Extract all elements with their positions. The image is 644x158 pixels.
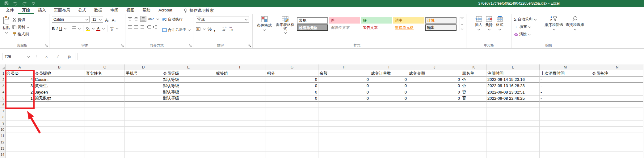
cell-D5[interactable] <box>125 95 162 102</box>
align-right-icon[interactable] <box>140 25 145 29</box>
cell-F11[interactable] <box>215 133 266 139</box>
bold-button[interactable]: B <box>52 26 55 31</box>
cell-L14[interactable] <box>486 151 540 158</box>
align-bottom-icon[interactable] <box>140 16 146 22</box>
insert-function-button[interactable]: fx <box>68 54 71 59</box>
cell-G2[interactable]: 0 <box>266 77 318 83</box>
cell-J8[interactable] <box>408 114 461 120</box>
clipboard-dialog-launcher[interactable] <box>45 44 48 47</box>
cell-G13[interactable] <box>266 145 318 151</box>
cell-A6[interactable] <box>6 102 34 108</box>
redo-button[interactable] <box>22 1 27 6</box>
cell-C6[interactable] <box>85 102 125 108</box>
percent-style-button[interactable]: % <box>208 26 212 32</box>
cut-button[interactable]: 剪切 <box>12 17 29 23</box>
column-header-A[interactable]: A <box>6 64 34 70</box>
column-header-B[interactable]: B <box>34 64 85 70</box>
cell-K2[interactable]: 否 <box>461 77 486 83</box>
cell-H14[interactable] <box>318 151 370 158</box>
cell-style-7[interactable]: 警告文本 <box>361 24 392 31</box>
row-header-4[interactable]: 4 <box>0 89 6 95</box>
cell-M2[interactable]: - <box>540 77 591 83</box>
cell-K7[interactable] <box>461 108 486 114</box>
cell-G1[interactable]: 积分 <box>266 70 318 77</box>
cell-F8[interactable] <box>215 114 266 120</box>
cell-K6[interactable] <box>461 102 486 108</box>
chevron-down-icon[interactable] <box>156 17 159 20</box>
cell-A5[interactable]: 1 <box>6 95 34 102</box>
grow-font-button[interactable]: A˄ <box>104 16 110 23</box>
cell-J10[interactable] <box>408 127 461 133</box>
cell-C14[interactable] <box>85 151 125 158</box>
menu-tab-file[interactable]: 文件 <box>2 7 18 14</box>
number-format-select[interactable]: 常规 <box>196 16 249 23</box>
cell-A14[interactable] <box>6 151 34 158</box>
cell-A9[interactable] <box>6 121 34 127</box>
cell-A8[interactable] <box>6 114 34 120</box>
row-header-2[interactable]: 2 <box>0 77 6 83</box>
cell-G10[interactable] <box>266 127 318 133</box>
cell-I14[interactable] <box>370 151 408 158</box>
autosum-button[interactable]: Σ 自动求和 <box>514 16 542 23</box>
cell-K4[interactable]: 否 <box>461 89 486 95</box>
cell-C7[interactable] <box>85 108 125 114</box>
cell-B11[interactable] <box>34 133 85 139</box>
cell-D1[interactable]: 手机号 <box>125 70 162 77</box>
cell-G7[interactable] <box>266 108 318 114</box>
cell-H7[interactable] <box>318 108 370 114</box>
cell-B4[interactable]: Jayden <box>34 89 85 95</box>
cell-N1[interactable]: 会员备注 <box>591 70 643 77</box>
cell-J13[interactable] <box>408 145 461 151</box>
cell-C5[interactable] <box>85 95 125 102</box>
copy-button[interactable]: 复制 <box>12 24 29 30</box>
cell-F10[interactable] <box>215 127 266 133</box>
cell-E8[interactable] <box>162 114 215 120</box>
cell-H8[interactable] <box>318 114 370 120</box>
cell-N13[interactable] <box>591 145 643 151</box>
increase-indent-icon[interactable] <box>153 25 158 29</box>
column-header-K[interactable]: K <box>461 64 486 70</box>
cell-D2[interactable] <box>125 77 162 83</box>
cell-G14[interactable] <box>266 151 318 158</box>
cell-F3[interactable] <box>215 83 266 89</box>
cell-F9[interactable] <box>215 121 266 127</box>
italic-button[interactable]: I <box>56 26 57 31</box>
cell-I4[interactable]: 0 <box>370 89 408 95</box>
font-name-select[interactable]: Calibri <box>52 16 90 23</box>
row-header-10[interactable]: 10 <box>0 127 6 133</box>
cell-H1[interactable]: 余额 <box>318 70 370 77</box>
cell-K10[interactable] <box>461 127 486 133</box>
chevron-down-icon[interactable] <box>203 27 205 30</box>
cell-E10[interactable] <box>162 127 215 133</box>
cell-M1[interactable]: 上次消费时间 <box>540 70 591 77</box>
cell-K9[interactable] <box>461 121 486 127</box>
formula-bar-handle[interactable] <box>36 55 36 58</box>
cell-A10[interactable] <box>6 127 34 133</box>
cell-N12[interactable] <box>591 139 643 145</box>
cell-B2[interactable]: Cousin. <box>34 77 85 83</box>
align-center-icon[interactable] <box>134 25 138 29</box>
cell-E14[interactable] <box>162 151 215 158</box>
wrap-text-button[interactable]: 自动换行 <box>162 16 191 23</box>
cell-L11[interactable] <box>486 133 540 139</box>
chevron-down-icon[interactable] <box>92 27 95 29</box>
cell-N11[interactable] <box>591 133 643 139</box>
cell-N2[interactable] <box>591 77 643 83</box>
cell-F14[interactable] <box>215 151 266 158</box>
cell-M9[interactable] <box>540 121 591 127</box>
cell-C4[interactable] <box>85 89 125 95</box>
cell-D9[interactable] <box>125 121 162 127</box>
cell-F1[interactable]: 标签组 <box>215 70 266 77</box>
cell-A13[interactable] <box>6 145 34 151</box>
row-header-14[interactable]: 14 <box>0 151 6 158</box>
cell-D7[interactable] <box>125 108 162 114</box>
cell-K3[interactable]: 否 <box>461 83 486 89</box>
cell-G12[interactable] <box>266 139 318 145</box>
cell-E5[interactable]: 默认等级 <box>162 95 215 102</box>
underline-button[interactable]: U <box>59 26 62 31</box>
row-header-11[interactable]: 11 <box>0 133 6 139</box>
cell-A3[interactable]: 3 <box>6 83 34 89</box>
cell-K12[interactable] <box>461 139 486 145</box>
cell-K5[interactable]: 否 <box>461 95 486 102</box>
cell-L7[interactable] <box>486 108 540 114</box>
